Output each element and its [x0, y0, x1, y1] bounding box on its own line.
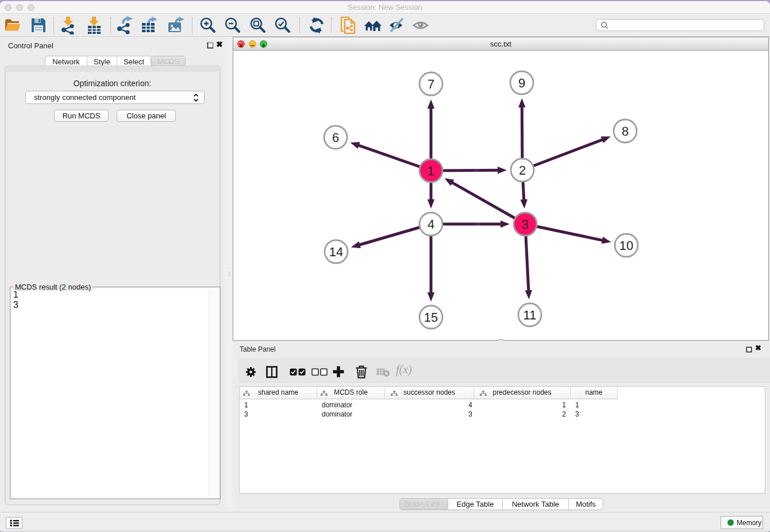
svg-text:11: 11 — [523, 308, 537, 322]
svg-text:3: 3 — [522, 217, 529, 232]
svg-text:15: 15 — [424, 310, 438, 325]
svg-text:9: 9 — [518, 76, 525, 90]
svg-text:7: 7 — [428, 77, 434, 91]
svg-text:2: 2 — [519, 163, 526, 178]
svg-text:6: 6 — [332, 130, 339, 145]
svg-text:1: 1 — [428, 164, 434, 178]
svg-text:4: 4 — [428, 217, 434, 232]
svg-text:8: 8 — [622, 124, 629, 138]
svg-text:10: 10 — [619, 238, 633, 253]
svg-text:14: 14 — [329, 245, 343, 259]
